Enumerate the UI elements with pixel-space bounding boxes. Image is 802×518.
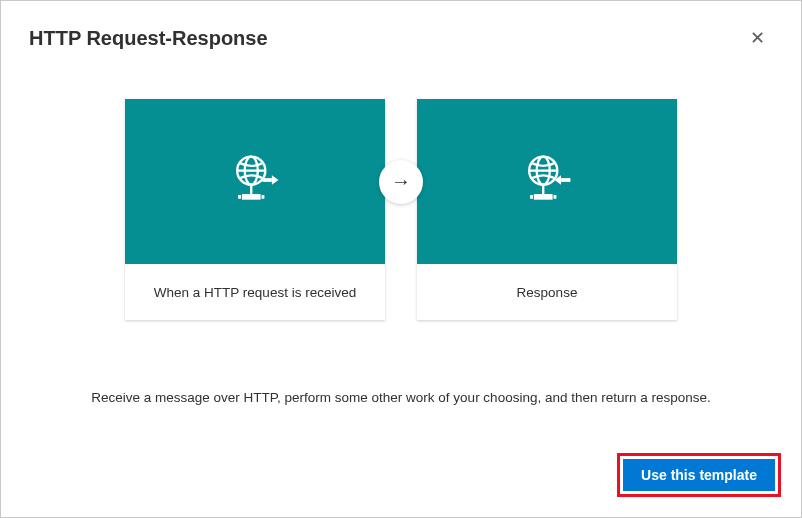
http-response-icon <box>517 150 577 214</box>
dialog-title: HTTP Request-Response <box>29 27 268 50</box>
card-label: When a HTTP request is received <box>125 264 385 320</box>
use-template-button[interactable]: Use this template <box>623 459 775 491</box>
flow-connector: → <box>379 160 423 204</box>
card-icon-area <box>125 99 385 264</box>
template-dialog: HTTP Request-Response ✕ <box>0 0 802 518</box>
arrow-right-icon: → <box>391 170 411 193</box>
svg-rect-5 <box>238 195 241 199</box>
svg-rect-16 <box>561 178 570 182</box>
svg-rect-13 <box>534 194 553 200</box>
annotation-highlight: Use this template <box>617 453 781 497</box>
dialog-footer: Use this template <box>617 453 781 497</box>
dialog-content: When a HTTP request is received → <box>29 99 773 405</box>
http-request-icon <box>225 150 285 214</box>
template-cards-row: When a HTTP request is received → <box>125 99 677 320</box>
svg-rect-4 <box>242 194 261 200</box>
template-description: Receive a message over HTTP, perform som… <box>29 390 773 405</box>
template-card-action[interactable]: Response <box>417 99 677 320</box>
svg-rect-6 <box>262 195 265 199</box>
svg-rect-15 <box>554 195 557 199</box>
card-icon-area <box>417 99 677 264</box>
template-card-trigger[interactable]: When a HTTP request is received <box>125 99 385 320</box>
card-label: Response <box>417 264 677 320</box>
close-icon[interactable]: ✕ <box>742 25 773 51</box>
svg-rect-14 <box>530 195 533 199</box>
svg-rect-7 <box>263 178 272 182</box>
svg-marker-8 <box>272 175 279 184</box>
dialog-header: HTTP Request-Response ✕ <box>29 25 773 51</box>
